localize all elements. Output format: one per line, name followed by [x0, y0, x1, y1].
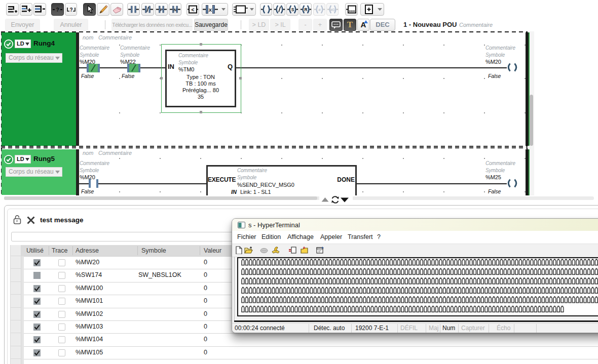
- svg-text:P: P: [160, 8, 163, 12]
- svg-text:S: S: [291, 7, 294, 12]
- svg-text:?: ?: [56, 7, 59, 13]
- svg-text:#D: #D: [330, 8, 335, 12]
- svg-text:X: X: [209, 7, 212, 13]
- svg-text:?: ?: [69, 7, 72, 13]
- svg-text:<: <: [192, 7, 195, 13]
- svg-text:N: N: [174, 8, 176, 12]
- svg-text:R: R: [304, 7, 307, 12]
- svg-text:#: #: [318, 8, 321, 12]
